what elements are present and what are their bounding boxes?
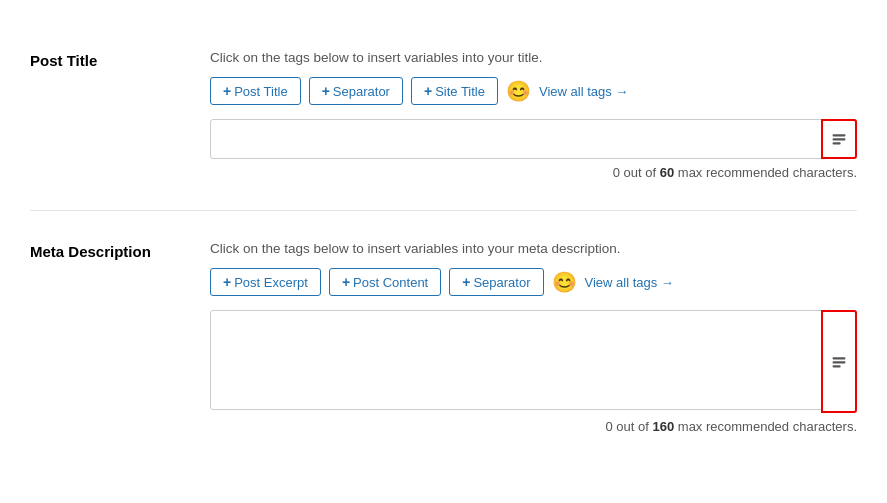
post-content-tag-label: Post Content xyxy=(353,275,428,290)
meta-description-char-count: 0 out of 160 max recommended characters. xyxy=(210,419,857,434)
post-title-tags-row: + Post Title + Separator + Site Title 😊 … xyxy=(210,77,857,105)
post-title-label: Post Title xyxy=(30,50,210,69)
meta-view-all-tags-link[interactable]: View all tags → xyxy=(585,275,674,290)
post-title-input[interactable] xyxy=(210,119,857,159)
meta-description-icon-btn[interactable] xyxy=(821,310,857,413)
meta-emoji-picker-btn[interactable]: 😊 xyxy=(552,272,577,292)
svg-rect-2 xyxy=(833,142,841,144)
variable-icon xyxy=(831,354,847,370)
meta-description-input-wrapper xyxy=(210,310,857,413)
post-title-char-count: 0 out of 60 max recommended characters. xyxy=(210,165,857,180)
plus-icon: + xyxy=(342,274,350,290)
post-title-content: Click on the tags below to insert variab… xyxy=(210,50,857,180)
post-title-tag-label: Post Title xyxy=(234,84,287,99)
separator-tag-btn[interactable]: + Separator xyxy=(309,77,403,105)
plus-icon: + xyxy=(322,83,330,99)
view-all-tags-link[interactable]: View all tags → xyxy=(539,84,628,99)
svg-rect-5 xyxy=(833,365,841,367)
post-title-hint: Click on the tags below to insert variab… xyxy=(210,50,857,65)
variable-icon xyxy=(831,131,847,147)
post-title-section: Post Title Click on the tags below to in… xyxy=(30,20,857,211)
post-title-tag-btn[interactable]: + Post Title xyxy=(210,77,301,105)
post-content-tag-btn[interactable]: + Post Content xyxy=(329,268,441,296)
meta-description-hint: Click on the tags below to insert variab… xyxy=(210,241,857,256)
plus-icon: + xyxy=(223,83,231,99)
svg-rect-0 xyxy=(833,134,846,136)
plus-icon: + xyxy=(223,274,231,290)
meta-separator-tag-btn[interactable]: + Separator xyxy=(449,268,543,296)
svg-rect-3 xyxy=(833,357,846,359)
meta-separator-tag-label: Separator xyxy=(473,275,530,290)
meta-description-tags-row: + Post Excerpt + Post Content + Separato… xyxy=(210,268,857,296)
post-title-icon-btn[interactable] xyxy=(821,119,857,159)
page-wrapper: Post Title Click on the tags below to in… xyxy=(0,0,887,484)
post-title-input-wrapper xyxy=(210,119,857,159)
plus-icon: + xyxy=(424,83,432,99)
plus-icon: + xyxy=(462,274,470,290)
post-excerpt-tag-label: Post Excerpt xyxy=(234,275,308,290)
meta-description-input[interactable] xyxy=(210,310,857,410)
emoji-picker-btn[interactable]: 😊 xyxy=(506,81,531,101)
separator-tag-label: Separator xyxy=(333,84,390,99)
site-title-tag-label: Site Title xyxy=(435,84,485,99)
meta-description-label: Meta Description xyxy=(30,241,210,260)
meta-description-content: Click on the tags below to insert variab… xyxy=(210,241,857,434)
post-excerpt-tag-btn[interactable]: + Post Excerpt xyxy=(210,268,321,296)
site-title-tag-btn[interactable]: + Site Title xyxy=(411,77,498,105)
svg-rect-4 xyxy=(833,361,846,363)
meta-description-section: Meta Description Click on the tags below… xyxy=(30,211,857,464)
svg-rect-1 xyxy=(833,138,846,140)
